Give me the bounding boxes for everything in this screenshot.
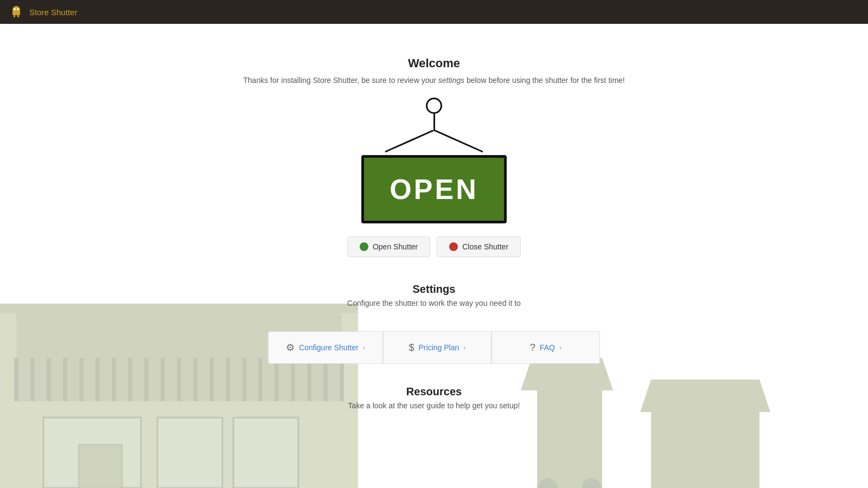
open-indicator	[360, 242, 368, 251]
app-header: Store Shutter	[0, 0, 868, 24]
open-sign-text: OPEN	[390, 173, 478, 206]
main-content: Welcome Thanks for installing Store Shut…	[0, 24, 868, 488]
open-shutter-label: Open Shutter	[373, 242, 418, 251]
shutter-controls: Open Shutter Close Shutter	[347, 236, 521, 257]
configure-label: Configure Shutter	[299, 343, 359, 352]
svg-rect-37	[79, 445, 122, 488]
pricing-label: Pricing Plan	[419, 343, 459, 352]
pricing-icon: $	[409, 342, 414, 354]
svg-rect-5	[17, 15, 19, 17]
settings-section: Settings Configure the shutter to work t…	[347, 283, 521, 318]
welcome-text-italic: settings	[438, 76, 464, 85]
svg-point-3	[17, 8, 19, 10]
app-title: Store Shutter	[29, 8, 77, 17]
welcome-title: Welcome	[408, 56, 460, 70]
sign-arms-svg	[374, 130, 494, 154]
settings-cards: ⚙ Configure Shutter › $ Pricing Plan › ?…	[268, 331, 600, 364]
open-shutter-button[interactable]: Open Shutter	[347, 236, 430, 257]
welcome-subtitle: Thanks for installing Store Shutter, be …	[243, 76, 624, 85]
configure-icon: ⚙	[286, 342, 295, 354]
open-sign-board: OPEN	[361, 155, 507, 223]
open-sign-container: OPEN	[361, 98, 507, 223]
sign-hanger: OPEN	[361, 98, 507, 223]
close-shutter-label: Close Shutter	[462, 242, 508, 251]
svg-point-2	[14, 8, 16, 10]
faq-chevron: ›	[559, 344, 561, 351]
welcome-text-before: Thanks for installing Store Shutter, be …	[243, 76, 438, 85]
close-indicator	[449, 242, 458, 251]
svg-line-45	[434, 130, 483, 152]
sign-pole	[433, 114, 435, 130]
configure-chevron: ›	[363, 344, 365, 351]
svg-rect-1	[12, 10, 20, 15]
svg-rect-40	[651, 412, 760, 488]
page-content: Welcome Thanks for installing Store Shut…	[0, 24, 868, 421]
faq-card[interactable]: ? FAQ ›	[492, 331, 600, 364]
svg-rect-4	[14, 15, 15, 17]
configure-shutter-card[interactable]: ⚙ Configure Shutter ›	[268, 331, 383, 364]
pricing-chevron: ›	[463, 344, 465, 351]
faq-label: FAQ	[540, 343, 555, 352]
sign-circle	[426, 98, 442, 114]
svg-rect-35	[233, 418, 298, 488]
svg-rect-33	[157, 418, 222, 488]
resources-subtitle: Take a look at the user guide to help ge…	[348, 401, 520, 410]
resources-section: Resources Take a look at the user guide …	[348, 386, 520, 410]
settings-title: Settings	[347, 283, 521, 296]
pricing-plan-card[interactable]: $ Pricing Plan ›	[383, 331, 492, 364]
welcome-text-after: below before using the shutter for the f…	[464, 76, 625, 85]
close-shutter-button[interactable]: Close Shutter	[437, 236, 521, 257]
settings-subtitle: Configure the shutter to work the way yo…	[347, 299, 521, 307]
faq-icon: ?	[530, 342, 535, 354]
resources-title: Resources	[348, 386, 520, 398]
svg-line-44	[385, 130, 434, 152]
app-logo	[9, 4, 24, 20]
